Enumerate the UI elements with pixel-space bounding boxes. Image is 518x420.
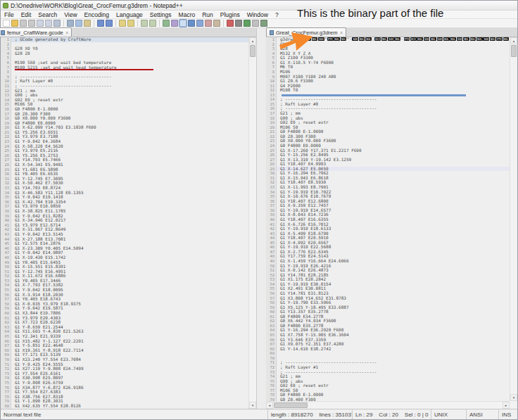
menu-language[interactable]: Language [113,11,146,18]
record-macro-icon[interactable] [227,20,234,27]
code-line[interactable]: 11; ------------------------------------ [1,84,248,89]
code-line[interactable]: 56G1 X-3.914 E18.2030 [1,293,248,298]
code-line[interactable]: 76G1 X34.877 Y-6.872 E26.9186 [1,386,248,390]
code-line[interactable]: 9; ------------------------------------ [1,75,248,79]
status-insert-mode[interactable]: INS [499,409,517,419]
code-line[interactable]: 44G1 X-27.188 E13.7081 [1,237,248,242]
menu-edit[interactable]: Edit [18,11,35,18]
stop-macro-icon[interactable] [235,20,242,27]
code-line[interactable]: 28G1 X-54.341 E5.9401 [1,163,248,167]
code-line[interactable]: 60G1 X3.844 E19.7806 [1,311,248,316]
save-icon[interactable] [20,20,27,27]
code-line[interactable]: 63G1 Y-8.659 E21.2544 [1,325,248,330]
code-line[interactable]: 64G1 X11.603 Y-4.830 E21.5263 [1,329,248,334]
code-line[interactable]: 48G1 X-19.430 E15.1742 [1,255,248,260]
scroll-down-arrow-icon[interactable]: ▾ [249,402,256,409]
word-wrap-icon[interactable] [179,20,187,27]
code-line[interactable]: 37G1 Y3.979 E10.9850 [1,204,248,209]
code-line[interactable]: 12G21 ; mm [1,89,248,94]
sync-horizontal-scrolling-icon[interactable] [171,20,178,27]
menu-view[interactable]: View [61,11,80,18]
code-line[interactable]: 57G1 Y0.405 E18.6743 [1,297,248,302]
code-line[interactable]: 45G1 Y2.575 E14.2876 [1,241,248,246]
right-editor[interactable]: 1g3drem DLENULNULSOH"ETXNULNUL"·SOHNULNU… [266,37,510,401]
status-encoding[interactable]: ANSI [467,409,499,419]
menu-settings[interactable]: Settings [146,11,175,18]
scroll-up-arrow-icon[interactable]: ▴ [510,37,517,44]
code-line[interactable]: 74G1 X30.998 E25.8097 [1,376,248,381]
left-vertical-scrollbar[interactable]: ▴ ▾ [248,37,256,409]
replace-icon[interactable] [127,20,134,27]
code-line[interactable]: 77G1 Y7.554 E27.6383 [1,390,248,395]
menu-window[interactable]: Window [244,11,272,18]
code-line[interactable]: 71G1 Y-9.425 E24.5555 [1,362,248,367]
scroll-down-arrow-icon[interactable]: ▾ [510,394,517,401]
code-line[interactable]: 40G1 X-34.946 E12.0217 [1,218,248,223]
right-vertical-scrollbar[interactable]: ▴ ▾ [510,37,517,401]
code-line[interactable]: 15M106 S0 [1,102,248,107]
code-line[interactable]: 16G0 F4800 E-1.0000 [1,107,248,112]
left-editor[interactable]: 1; GCode generated by CraftWare23G28 X0 … [1,37,248,409]
code-line[interactable]: 75G1 Y-9.808 E26.6759 [1,381,248,386]
code-line[interactable]: 58G1 X-0.035 Y3.979 E18.9375 [1,302,248,307]
code-line[interactable]: 21G1 Y5.256 E3.6551 [1,130,248,135]
zoom-in-icon[interactable] [141,20,148,27]
document-map-icon[interactable] [213,20,220,27]
code-line[interactable]: 33G1 Y14.703 E8.8724 [1,186,248,191]
menu-file[interactable]: File [1,11,18,18]
code-line[interactable]: 32G1 X-50.462 E7.5030 [1,181,248,186]
code-line[interactable]: 79G1 Y-1.090 E28.3031 [1,399,248,404]
code-line[interactable]: 72G1 X27.119 Y-9.808 E24.7499 [1,367,248,371]
status-eol-format[interactable]: UNIX [431,409,467,419]
code-line[interactable]: 62G1 X7.723 E20.6238 [1,320,248,325]
code-line[interactable]: 17G0 Z0.300 F300 [1,112,248,117]
cut-icon[interactable] [67,20,74,27]
code-line[interactable]: 39G1 Y-9.042 E11.8282 [1,214,248,219]
code-line[interactable]: 66G1 X15.482 Y-1.127 E22.2291 [1,339,248,344]
sync-vertical-scrolling-icon[interactable] [163,20,170,27]
tab-femur-craftware-gcode[interactable]: femur_CraftWare.gcode x [0,27,72,37]
menu-plugins[interactable]: Plugins [217,11,244,18]
scroll-right-arrow-icon[interactable]: ▸ [503,402,510,409]
right-horizontal-scrollbar[interactable]: ◂ ▸ [266,401,510,409]
code-line[interactable]: 73G1 Y7.554 E25.6161 [1,371,248,376]
code-line[interactable]: 22G1 Y3.979 E3.7188 [1,134,248,139]
menu-run[interactable]: Run [198,11,217,18]
code-line[interactable]: 50G1 X-15.551 E15.8391 [1,265,248,269]
save-macro-icon[interactable] [252,20,259,27]
user-defined-dialog-icon[interactable] [205,20,212,27]
scroll-up-arrow-icon[interactable]: ▴ [249,37,256,44]
menu-macro[interactable]: Macro [175,11,199,18]
code-line[interactable]: 24G1 X-58.220 E4.5620 [1,144,248,149]
save-all-icon[interactable] [28,20,35,27]
code-line[interactable]: 30G1 Y0.405 E6.6535 [1,172,248,177]
indent-guide-icon[interactable] [196,20,203,27]
find-icon[interactable] [119,20,126,27]
menu-encoding[interactable]: Encoding [81,11,113,18]
open-file-icon[interactable] [11,20,18,27]
menu-search[interactable]: Search [34,11,61,18]
code-line[interactable]: 70G1 X23.240 Y7.554 E23.7084 [1,357,248,362]
menu-?[interactable]: ? [272,11,282,18]
code-line[interactable]: 41G1 Y3.979 E12.6714 [1,223,248,228]
code-line[interactable]: 78G1 X38.756 E27.8318 [1,395,248,400]
copy-icon[interactable] [75,20,82,27]
code-line[interactable]: 54G1 X-7.793 E17.5382 [1,283,248,288]
code-line[interactable]: 5 [1,56,248,61]
close-icon[interactable] [37,20,44,27]
code-line[interactable]: 67G1 Y-5.851 E22.4648 [1,343,248,348]
play-macro-icon[interactable] [244,20,251,27]
zoom-out-icon[interactable] [149,20,156,27]
code-line[interactable]: 35G1 Y-9.042 E10.1418 [1,195,248,200]
code-line[interactable]: 26G1 Y5.256 E5.2753 [1,153,248,158]
scrollbar-thumb[interactable] [274,402,308,408]
code-line[interactable]: 42G1 X-31.067 E12.8649 [1,227,248,232]
code-line[interactable]: 31G1 Y-12.745 E7.3095 [1,177,248,182]
code-line[interactable]: 20G1 X-62.099 Y14.703 E3.1838 F600 [1,125,248,130]
code-line[interactable]: 2 [1,42,248,47]
code-line[interactable]: 80G1 X42.635 Y7.554 E28.8126 [1,404,248,409]
code-line[interactable]: 69G1 Y7.171 E23.5139 [1,352,248,357]
code-line[interactable]: 23G1 Y-9.042 E4.3684 [1,139,248,144]
scrollbar-thumb[interactable] [250,45,255,57]
code-line[interactable]: 27G1 Y14.703 E5.7466 [1,158,248,163]
